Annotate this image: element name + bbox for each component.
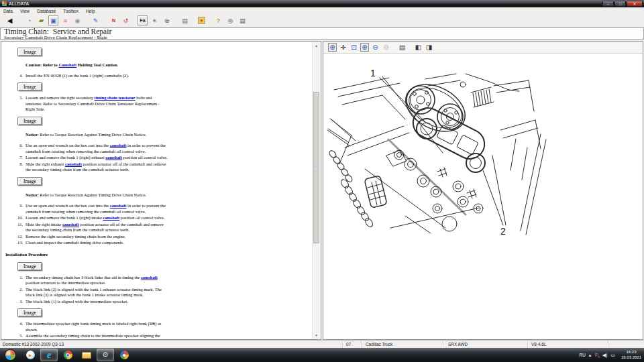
menu-database[interactable]: Database — [37, 9, 56, 13]
paint-button[interactable] — [115, 349, 133, 361]
print-icon[interactable]: ▤ — [398, 43, 407, 52]
article-scrollbar[interactable]: ▲ ▼ — [312, 42, 320, 339]
show-hidden-icons[interactable]: ▴ — [589, 353, 592, 358]
new-car-icon[interactable]: N — [109, 15, 119, 25]
step-text: Assemble the secondary timing chain to t… — [25, 333, 169, 340]
zoom-out-icon[interactable]: ⊖ — [371, 43, 380, 52]
page-header: Timing Chain: Service and Repair Seconda… — [0, 27, 644, 40]
shop-clock-icon[interactable]: ◔ — [24, 15, 34, 25]
zoom-reset-icon[interactable]: ⊖ — [382, 43, 390, 52]
internet-explorer-button[interactable]: e — [40, 349, 58, 361]
notice-text: Notice: Refer to Torque Reaction Against… — [25, 132, 172, 138]
camera-icon[interactable]: ⊚ — [162, 15, 172, 25]
language-indicator[interactable]: RU — [579, 353, 585, 357]
status-separator — [342, 341, 343, 347]
inline-link[interactable]: camshaft — [65, 162, 82, 166]
scroll-down-icon[interactable]: ▼ — [313, 332, 320, 339]
back-arrow-icon[interactable]: ◀ — [5, 15, 15, 25]
export-icon[interactable]: ▼ — [198, 17, 205, 24]
start-button[interactable] — [5, 349, 16, 361]
step-text: Loosen and remove the right secondary ti… — [25, 95, 169, 113]
clock[interactable]: 16:23 19.03.2021 — [621, 350, 641, 360]
image-button[interactable]: Image — [17, 82, 42, 91]
menu-toolbox[interactable]: Toolbox — [63, 9, 78, 13]
label2-leader — [483, 170, 503, 225]
procedure-step: 7.Loosen and remove the bank 1 (right) e… — [13, 155, 181, 161]
zoom-area-icon[interactable]: ⊕ — [360, 43, 369, 52]
step-text: Use an open-end wrench on the hex cast i… — [25, 203, 169, 215]
page-subtitle: Secondary Camshaft Drive Chain Replaceme… — [4, 36, 643, 40]
text-view-icon[interactable]: E — [150, 15, 160, 25]
procedure-panel: ImageCaution: Refer to Camshaft Holding … — [1, 41, 321, 340]
taskbar-items: ▶e⚙ — [21, 349, 134, 361]
scroll-up-icon[interactable]: ▲ — [313, 42, 320, 49]
dtc-codes-icon[interactable]: ≡ — [60, 15, 70, 25]
file-explorer-icon — [82, 352, 91, 359]
window-title: ALLDATA — [9, 1, 29, 6]
frame-view-icon[interactable]: Fa — [138, 15, 148, 25]
step-text: The black link (2) is aligned with the b… — [25, 287, 169, 298]
inline-link[interactable]: camshaft — [110, 203, 127, 208]
step-text: The black link (1) is aligned with the i… — [25, 299, 169, 305]
procedure-article: ImageCaution: Refer to Camshaft Holding … — [5, 44, 181, 340]
file-explorer-button[interactable] — [78, 349, 95, 361]
inline-link[interactable]: camshaft — [110, 143, 127, 147]
tray-date: 19.03.2021 — [621, 355, 641, 361]
volume-icon[interactable]: ◀) — [602, 353, 608, 358]
media-player-button[interactable]: ▶ — [21, 349, 39, 361]
chrome-icon — [64, 351, 72, 359]
hand-note-icon[interactable]: ✎ — [91, 15, 101, 25]
step-text: Slide the right intake camshaft position… — [25, 222, 169, 233]
folder-icon[interactable]: ▰ — [36, 15, 46, 25]
zoom-window-icon[interactable]: ⊡ — [350, 43, 358, 52]
previous-image-icon[interactable]: ◧ — [414, 43, 423, 52]
menu-data[interactable]: Data — [3, 9, 13, 13]
zoom-in-icon[interactable]: ⊕ — [328, 43, 337, 52]
procedure-step: 10.Loosen and remove the bank 1 (right) … — [13, 215, 181, 221]
inline-link[interactable]: camshaft — [105, 155, 122, 160]
image-button[interactable]: Image — [17, 177, 42, 186]
inline-link[interactable]: Camshaft — [58, 62, 76, 67]
step-number: 13. — [13, 240, 25, 246]
caution-text: Caution: Refer to Camshaft Holding Tool … — [25, 62, 172, 68]
search-icon[interactable]: ◎ — [225, 15, 235, 25]
minimize-button[interactable]: – — [602, 1, 614, 7]
image-viewer-panel: ⊕✛⊡⊕⊖⊖▤◧◨ — [323, 41, 643, 340]
procedure-step: 4.Install the EN 46328 (1) on the bank 1… — [13, 73, 181, 79]
inline-link[interactable]: camshaft — [141, 275, 158, 280]
next-image-icon[interactable]: ◨ — [425, 43, 433, 52]
disc-icon[interactable]: ◉ — [72, 15, 83, 25]
step-number: 8. — [13, 162, 25, 173]
network-icon[interactable]: ▭ — [610, 353, 615, 358]
vehicle-monitor-icon[interactable]: ▣ — [48, 15, 58, 25]
viewer-toolbar: ⊕✛⊡⊕⊖⊖▤◧◨ — [323, 42, 643, 54]
status-bar: Domestic #13 2002-2009 Q3-1307Cadillac T… — [0, 340, 644, 348]
windows-taskbar: ▶e⚙ RU ▴ ⚐ ◀) ▭ 16:23 19.03.2021 — [0, 348, 644, 362]
image-button[interactable]: Image — [17, 117, 42, 125]
maximize-button[interactable]: □ — [614, 1, 626, 7]
menu-help[interactable]: Help — [86, 9, 95, 13]
key-icon[interactable]: ? — [213, 15, 223, 25]
printer-icon[interactable]: ▤ — [180, 15, 190, 25]
close-button[interactable]: ✕ — [627, 1, 643, 7]
scrollbar-thumb[interactable] — [313, 92, 319, 243]
inline-link[interactable]: camshaft — [103, 215, 119, 220]
step-number: 3. — [13, 299, 25, 305]
image-button[interactable]: Image — [17, 48, 42, 56]
diagram-label-1: 1 — [370, 68, 376, 78]
image-button[interactable]: Image — [17, 308, 42, 317]
status-field-4: V8-4.6L — [531, 342, 546, 347]
inline-link[interactable]: camshaft — [62, 222, 79, 227]
image-button[interactable]: Image — [17, 262, 42, 271]
procedure-step: 11.Slide the right intake camshaft posit… — [13, 222, 181, 233]
notice-text: Notice: Refer to Torque Reaction Against… — [25, 192, 172, 198]
procedure-step: 6.Use an open-end wrench on the hex cast… — [13, 143, 181, 154]
menu-view[interactable]: View — [20, 9, 30, 13]
inline-link[interactable]: timing chain tensioner — [95, 95, 136, 100]
chrome-button[interactable] — [59, 349, 76, 361]
car-history-icon[interactable]: ↺ — [121, 15, 131, 25]
print-setup-icon[interactable]: ▤ — [237, 15, 248, 25]
alldata-app-button[interactable]: ⚙ — [97, 349, 114, 361]
pan-icon[interactable]: ✛ — [339, 43, 347, 52]
action-center-icon[interactable]: ⚐ — [594, 353, 598, 358]
